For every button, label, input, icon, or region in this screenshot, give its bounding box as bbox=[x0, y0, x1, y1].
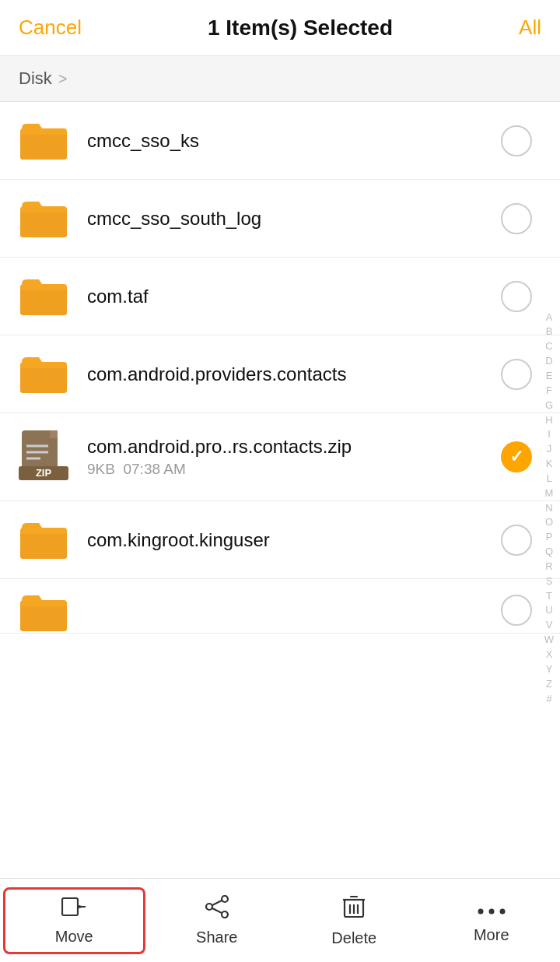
folder-icon bbox=[19, 354, 68, 395]
svg-line-13 bbox=[212, 908, 222, 913]
alpha-k[interactable]: K bbox=[538, 457, 560, 472]
file-name: cmcc_sso_south_log bbox=[87, 208, 513, 230]
alpha-z[interactable]: Z bbox=[538, 677, 560, 692]
share-icon bbox=[205, 895, 229, 924]
svg-point-11 bbox=[206, 904, 212, 910]
alpha-r[interactable]: R bbox=[538, 560, 560, 574]
file-info: cmcc_sso_south_log bbox=[87, 208, 513, 230]
folder-icon bbox=[19, 520, 68, 560]
select-radio-checked[interactable] bbox=[501, 441, 532, 472]
more-label: More bbox=[474, 926, 509, 944]
list-item[interactable]: cmcc_sso_ks bbox=[0, 102, 560, 180]
list-item[interactable]: com.kingroot.kinguser bbox=[0, 501, 560, 579]
alpha-t[interactable]: T bbox=[538, 589, 560, 604]
header: Cancel 1 Item(s) Selected All bbox=[0, 0, 560, 56]
svg-point-10 bbox=[222, 911, 228, 918]
select-radio[interactable] bbox=[501, 125, 532, 156]
select-radio[interactable] bbox=[501, 203, 532, 234]
file-name: com.kingroot.kinguser bbox=[87, 529, 513, 551]
alpha-v[interactable]: V bbox=[538, 618, 560, 633]
alpha-g[interactable]: G bbox=[538, 398, 560, 413]
share-button[interactable]: Share bbox=[149, 886, 286, 956]
list-item-partial bbox=[0, 579, 560, 634]
file-info: com.kingroot.kinguser bbox=[87, 529, 513, 551]
alpha-h[interactable]: H bbox=[538, 413, 560, 428]
alpha-d[interactable]: D bbox=[538, 354, 560, 369]
alpha-q[interactable]: Q bbox=[538, 545, 560, 560]
alpha-a[interactable]: A bbox=[538, 311, 560, 325]
share-label: Share bbox=[196, 929, 237, 946]
list-item[interactable]: com.taf bbox=[0, 258, 560, 335]
alpha-c[interactable]: C bbox=[538, 339, 560, 354]
svg-point-20 bbox=[488, 909, 494, 915]
alpha-n[interactable]: N bbox=[538, 501, 560, 516]
file-info: com.android.providers.contacts bbox=[87, 363, 513, 385]
alpha-sidebar: A B C D E F G H I J K L M N O P Q R S T … bbox=[538, 132, 560, 884]
file-info: com.android.pro..rs.contacts.zip 9KB 07:… bbox=[87, 436, 513, 478]
zip-icon: ZIP bbox=[19, 429, 68, 485]
move-icon bbox=[61, 896, 86, 923]
list-item[interactable]: com.android.providers.contacts bbox=[0, 335, 560, 413]
more-icon bbox=[478, 897, 506, 922]
delete-label: Delete bbox=[331, 929, 376, 947]
more-button[interactable]: More bbox=[423, 887, 561, 953]
alpha-b[interactable]: B bbox=[538, 325, 560, 339]
delete-button[interactable]: Delete bbox=[285, 885, 423, 957]
move-button[interactable]: Move bbox=[3, 887, 145, 954]
select-radio bbox=[501, 595, 532, 626]
alpha-f[interactable]: F bbox=[538, 384, 560, 398]
file-list: cmcc_sso_ks cmcc_sso_south_log com.taf bbox=[0, 102, 560, 634]
svg-point-9 bbox=[222, 896, 228, 902]
svg-rect-1 bbox=[50, 430, 58, 438]
select-radio[interactable] bbox=[501, 281, 532, 312]
alpha-u[interactable]: U bbox=[538, 603, 560, 618]
folder-icon bbox=[19, 121, 68, 161]
alpha-x[interactable]: X bbox=[538, 648, 560, 662]
svg-rect-7 bbox=[62, 898, 78, 915]
breadcrumb-chevron-icon: > bbox=[58, 70, 68, 88]
list-item[interactable]: cmcc_sso_south_log bbox=[0, 180, 560, 258]
file-info: com.taf bbox=[87, 286, 513, 307]
file-meta: 9KB 07:38 AM bbox=[87, 461, 513, 478]
select-radio[interactable] bbox=[501, 525, 532, 556]
file-name: com.android.pro..rs.contacts.zip bbox=[87, 436, 513, 458]
svg-point-19 bbox=[478, 909, 483, 915]
file-name: cmcc_sso_ks bbox=[87, 130, 513, 152]
svg-text:ZIP: ZIP bbox=[36, 467, 52, 479]
alpha-p[interactable]: P bbox=[538, 530, 560, 545]
alpha-m[interactable]: M bbox=[538, 486, 560, 501]
file-name: com.android.providers.contacts bbox=[87, 363, 513, 385]
select-radio[interactable] bbox=[501, 359, 532, 390]
folder-icon bbox=[19, 276, 68, 317]
alpha-s[interactable]: S bbox=[538, 574, 560, 589]
all-button[interactable]: All bbox=[519, 16, 541, 40]
breadcrumb-disk: Disk bbox=[19, 68, 52, 89]
alpha-y[interactable]: Y bbox=[538, 662, 560, 677]
alpha-l[interactable]: L bbox=[538, 472, 560, 486]
svg-line-12 bbox=[212, 901, 222, 905]
svg-point-21 bbox=[499, 909, 505, 915]
file-name: com.taf bbox=[87, 286, 513, 307]
cancel-button[interactable]: Cancel bbox=[19, 16, 82, 40]
alpha-w[interactable]: W bbox=[538, 633, 560, 648]
breadcrumb: Disk > bbox=[0, 56, 560, 102]
folder-icon bbox=[19, 198, 68, 239]
alpha-o[interactable]: O bbox=[538, 515, 560, 530]
delete-icon bbox=[343, 894, 365, 925]
header-title: 1 Item(s) Selected bbox=[208, 16, 393, 40]
folder-icon bbox=[19, 592, 68, 633]
alpha-j[interactable]: J bbox=[538, 442, 560, 457]
alpha-i[interactable]: I bbox=[538, 427, 560, 442]
alpha-hash[interactable]: # bbox=[538, 692, 560, 707]
alpha-e[interactable]: E bbox=[538, 369, 560, 384]
move-label: Move bbox=[55, 928, 93, 946]
list-item[interactable]: ZIP com.android.pro..rs.contacts.zip 9KB… bbox=[0, 413, 560, 501]
file-info: cmcc_sso_ks bbox=[87, 130, 513, 152]
bottom-toolbar: Move Share Delete bbox=[0, 878, 560, 962]
